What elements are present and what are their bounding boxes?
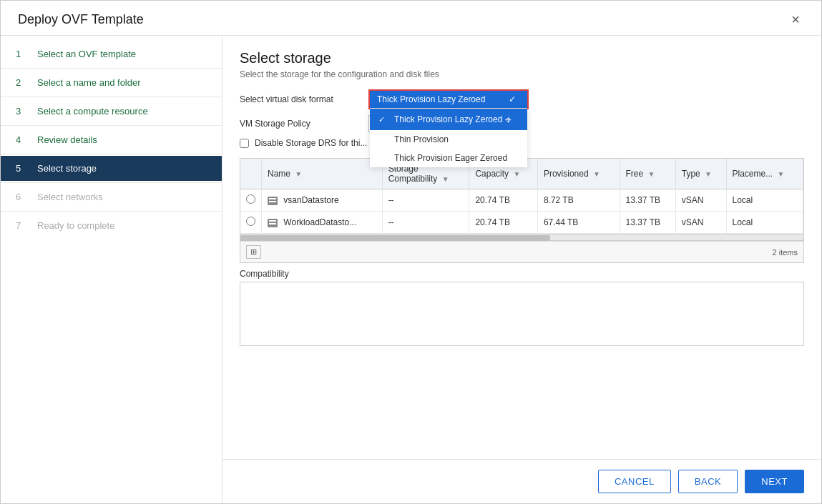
- sidebar-label-6: Select networks: [37, 192, 103, 202]
- sidebar-item-4[interactable]: 4 Review details: [1, 127, 222, 152]
- row1-radio[interactable]: [246, 194, 255, 204]
- disk-format-menu: ✓ Thick Provision Lazy Zeroed ⌖ Thin Pro…: [370, 108, 527, 167]
- section-subtitle: Select the storage for the configuration…: [240, 69, 804, 79]
- next-button[interactable]: NEXT: [745, 470, 804, 493]
- sidebar-label-5: Select storage: [37, 163, 97, 174]
- row1-type: vSAN: [675, 189, 726, 212]
- sidebar-divider-2: [1, 97, 222, 97]
- content-area: Select storage Select the storage for th…: [222, 36, 821, 459]
- step-num-6: 6: [16, 192, 31, 202]
- option-label-0: Thick Provision Lazy Zeroed: [394, 114, 502, 124]
- row1-radio-cell[interactable]: [240, 189, 262, 212]
- row2-radio[interactable]: [246, 217, 255, 226]
- datastore-icon-1: [268, 197, 278, 205]
- disk-format-row: Select virtual disk format Thick Provisi…: [240, 89, 804, 109]
- row1-capacity: 20.74 TB: [469, 189, 537, 212]
- sidebar-label-3: Select a compute resource: [37, 106, 148, 117]
- sidebar-divider-6: [1, 211, 222, 212]
- modal-title: Deploy OVF Template: [18, 12, 144, 27]
- disk-format-label: Select virtual disk format: [240, 94, 368, 104]
- storage-table: Name ▼ StorageCompatibility ▼ Capacity ▼: [240, 158, 804, 263]
- sidebar-label-2: Select a name and folder: [37, 77, 141, 88]
- step-num-2: 2: [16, 77, 31, 88]
- disk-format-dropdown[interactable]: Thick Provision Lazy Zeroed ✓: [370, 91, 527, 108]
- row1-placement: Local: [726, 189, 803, 212]
- placement-sort-icon: ▼: [778, 170, 785, 178]
- row1-free: 13.37 TB: [620, 189, 675, 212]
- sidebar-label-4: Review details: [37, 134, 97, 145]
- sidebar-label-1: Select an OVF template: [37, 49, 136, 59]
- row1-name: vsanDatastore: [262, 189, 383, 212]
- row2-compat: --: [382, 212, 469, 234]
- col-radio: [240, 159, 262, 189]
- main-content: Select storage Select the storage for th…: [222, 36, 821, 503]
- row2-type: vSAN: [675, 212, 726, 234]
- cursor-icon: ⌖: [505, 114, 512, 127]
- back-button[interactable]: BACK: [678, 470, 738, 493]
- row2-capacity: 20.74 TB: [469, 212, 537, 234]
- option-label-2: Thick Provision Eager Zeroed: [394, 153, 507, 163]
- table-row[interactable]: WorkloadDatasto... -- 20.74 TB 67.44 TB …: [240, 212, 803, 234]
- free-sort-icon: ▼: [648, 170, 655, 178]
- step-num-4: 4: [16, 134, 31, 145]
- col-free[interactable]: Free ▼: [620, 159, 675, 189]
- compatibility-label: Compatibility: [240, 269, 804, 279]
- close-button[interactable]: ×: [787, 11, 804, 28]
- sidebar-divider-4: [1, 154, 222, 154]
- dropdown-option-thick-eager[interactable]: Thick Provision Eager Zeroed: [370, 149, 527, 167]
- storage-policy-label: VM Storage Policy: [240, 119, 368, 129]
- disk-format-control: Thick Provision Lazy Zeroed ✓ ✓ Thick Pr…: [368, 89, 804, 109]
- sidebar-label-7: Ready to complete: [37, 220, 114, 231]
- sidebar-item-5[interactable]: 5 Select storage: [1, 156, 222, 181]
- table-footer: ⊞ 2 items: [240, 241, 803, 262]
- sidebar-divider-3: [1, 125, 222, 126]
- dropdown-option-thin[interactable]: Thin Provision: [370, 130, 527, 149]
- sidebar-item-1[interactable]: 1 Select an OVF template: [1, 41, 222, 66]
- col-name[interactable]: Name ▼: [262, 159, 383, 189]
- col-provisioned[interactable]: Provisioned ▼: [537, 159, 620, 189]
- capacity-sort-icon: ▼: [513, 170, 520, 178]
- provisioned-sort-icon: ▼: [593, 170, 600, 178]
- row1-compat: --: [382, 189, 469, 212]
- type-sort-icon: ▼: [705, 170, 712, 178]
- col-type[interactable]: Type ▼: [675, 159, 726, 189]
- table-row[interactable]: vsanDatastore -- 20.74 TB 8.72 TB 13.37 …: [240, 189, 803, 212]
- step-num-1: 1: [16, 49, 31, 59]
- sidebar-item-6: 6 Select networks: [1, 184, 222, 209]
- compatibility-section: Compatibility: [240, 269, 804, 346]
- columns-toggle-button[interactable]: ⊞: [246, 245, 261, 259]
- section-title: Select storage: [240, 50, 804, 66]
- table-body: vsanDatastore -- 20.74 TB 8.72 TB 13.37 …: [240, 189, 803, 234]
- compatibility-box: [240, 282, 804, 346]
- row2-provisioned: 67.44 TB: [537, 212, 620, 234]
- sidebar-item-3[interactable]: 3 Select a compute resource: [1, 99, 222, 124]
- sidebar-divider-5: [1, 182, 222, 183]
- row1-provisioned: 8.72 TB: [537, 189, 620, 212]
- modal-body: 1 Select an OVF template 2 Select a name…: [1, 36, 821, 503]
- scrollbar-thumb: [240, 235, 550, 241]
- row2-name: WorkloadDatasto...: [262, 212, 383, 234]
- cancel-button[interactable]: CANCEL: [598, 470, 671, 493]
- disable-drs-label: Disable Storage DRS for thi...: [255, 138, 367, 148]
- row2-placement: Local: [726, 212, 803, 234]
- option-label-1: Thin Provision: [394, 134, 449, 144]
- step-num-5: 5: [16, 163, 31, 174]
- sidebar-item-7: 7 Ready to complete: [1, 213, 222, 238]
- checkmark-icon: ✓: [378, 115, 390, 124]
- name-sort-icon: ▼: [295, 170, 302, 178]
- row2-radio-cell[interactable]: [240, 212, 262, 234]
- step-num-7: 7: [16, 220, 31, 231]
- step-num-3: 3: [16, 106, 31, 117]
- sidebar-divider-1: [1, 68, 222, 69]
- compat-sort-icon: ▼: [442, 175, 449, 183]
- sidebar-item-2[interactable]: 2 Select a name and folder: [1, 70, 222, 95]
- horizontal-scrollbar[interactable]: [240, 234, 803, 241]
- row2-free: 13.37 TB: [620, 212, 675, 234]
- disk-format-selected: Thick Provision Lazy Zeroed: [377, 94, 485, 104]
- disable-drs-checkbox[interactable]: [240, 139, 249, 148]
- col-placement[interactable]: Placeme... ▼: [726, 159, 803, 189]
- modal-footer: CANCEL BACK NEXT: [222, 459, 821, 503]
- dropdown-option-thick-lazy[interactable]: ✓ Thick Provision Lazy Zeroed ⌖: [370, 109, 527, 130]
- dropdown-checkmark: ✓: [509, 94, 516, 104]
- modal-header: Deploy OVF Template ×: [1, 1, 821, 36]
